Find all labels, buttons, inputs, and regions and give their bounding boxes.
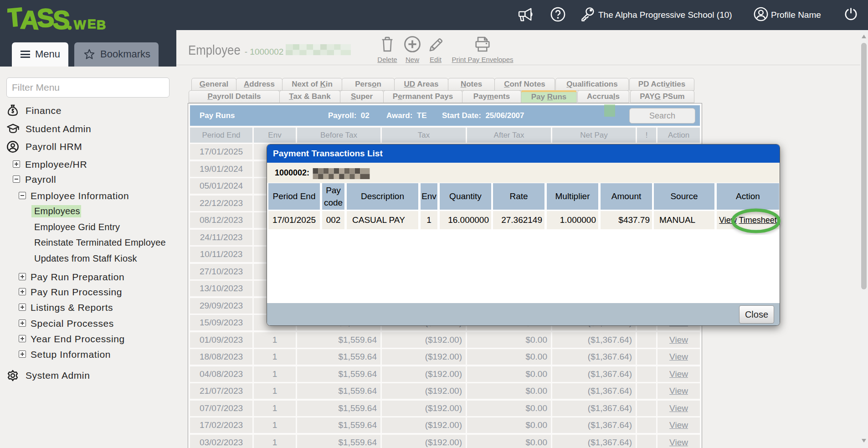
svg-text:E: E <box>87 17 96 31</box>
svg-text:S: S <box>36 3 55 32</box>
